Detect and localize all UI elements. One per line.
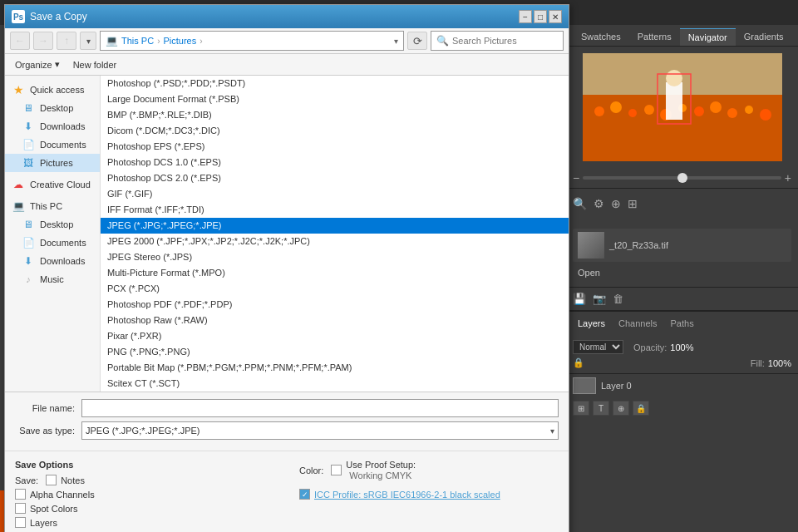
tab-gradients[interactable]: Gradients [736, 28, 792, 46]
filelist-item[interactable]: PNG (*.PNG;*.PNG) [101, 344, 569, 360]
lock-icon: 🔒 [573, 357, 584, 368]
fill-row: 🔒 Fill: 100% [566, 356, 798, 370]
sidebar-item-desktop2[interactable]: 🖥 Desktop [5, 215, 100, 234]
breadcrumb-pictures[interactable]: Pictures [163, 36, 196, 46]
creative-cloud-label: Creative Cloud [30, 180, 91, 190]
sidebar-item-this-pc[interactable]: 💻 This PC [5, 197, 100, 215]
icon-camera-panel[interactable]: 📷 [593, 293, 606, 305]
saveas-select[interactable]: JPEG (*.JPG;*.JPEG;*.JPE) ▾ [81, 421, 559, 440]
tab-paths[interactable]: Paths [666, 317, 699, 330]
refresh-button[interactable]: ⟳ [407, 32, 427, 50]
breadcrumb-this-pc[interactable]: This PC [121, 36, 154, 46]
filelist-item[interactable]: Photoshop DCS 1.0 (*.EPS) [101, 155, 569, 170]
breadcrumb-dropdown[interactable]: ▾ [394, 37, 398, 46]
filelist-item[interactable]: Portable Bit Map (*.PBM;*.PGM;*.PPM;*.PN… [101, 360, 569, 376]
up-button[interactable]: ↑ [57, 32, 76, 50]
blend-opacity-row: Normal Opacity: 100% [566, 338, 798, 356]
organize-button[interactable]: Organize ▾ [10, 57, 65, 72]
layer-icon-2[interactable]: T [593, 401, 609, 416]
layers-checkbox[interactable] [15, 517, 26, 528]
layer-icon-1[interactable]: ⊞ [573, 401, 589, 416]
icon-trash-panel[interactable]: 🗑 [613, 293, 623, 305]
zoom-slider[interactable] [583, 176, 781, 180]
icc-checkbox[interactable] [299, 489, 310, 500]
tab-layers[interactable]: Layers [573, 317, 610, 330]
filelist-item[interactable]: PCX (*.PCX) [101, 281, 569, 297]
filename-input[interactable] [81, 399, 559, 417]
filelist-item[interactable]: Photoshop Raw (*.RAW) [101, 313, 569, 328]
breadcrumb-bar[interactable]: 💻 This PC › Pictures › ▾ [100, 31, 404, 51]
forward-button[interactable]: → [33, 32, 53, 50]
sidebar-item-music[interactable]: ♪ Music [5, 270, 100, 288]
filelist-item[interactable]: IFF Format (*.IFF;*.TDI) [101, 202, 569, 218]
sidebar-item-creative-cloud[interactable]: ☁ Creative Cloud [5, 175, 100, 194]
layer-icon-4[interactable]: 🔒 [633, 401, 649, 416]
search-icon: 🔍 [436, 35, 449, 47]
svg-point-5 [628, 109, 637, 117]
tab-swatches[interactable]: Swatches [573, 28, 629, 46]
filelist-item[interactable]: Large Document Format (*.PSB) [101, 91, 569, 107]
filelist-item[interactable]: JPEG Stereo (*.JPS) [101, 249, 569, 265]
ps-icon-1[interactable]: 🔍 [573, 197, 587, 210]
minimize-button[interactable]: − [519, 10, 532, 23]
filelist-item[interactable]: JPEG 2000 (*.JPF;*.JPX;*.JP2;*.J2C;*.J2K… [101, 234, 569, 249]
sidebar-item-pictures[interactable]: 🖼 Pictures [5, 154, 100, 172]
layer-name: Layer 0 [601, 381, 632, 391]
proof-checkbox[interactable] [331, 465, 342, 475]
sidebar-item-downloads2[interactable]: ⬇ Downloads [5, 252, 100, 270]
filelist-item[interactable]: Pixar (*.PXR) [101, 328, 569, 344]
ps-icon-3[interactable]: ⊕ [611, 197, 621, 210]
use-proof-label: Use Proof Setup: [346, 460, 416, 470]
sidebar: ★ Quick access 🖥 Desktop ⬇ Downloads 📄 D… [5, 76, 101, 392]
filelist-item[interactable]: Dicom (*.DCM;*.DC3;*.DIC) [101, 123, 569, 139]
ps-icon-4[interactable]: ⊞ [628, 197, 638, 210]
back-button[interactable]: ← [10, 32, 30, 50]
tab-channels[interactable]: Channels [613, 317, 662, 330]
icc-profile-label[interactable]: ICC Profile: sRGB IEC61966-2-1 black sca… [314, 490, 500, 500]
spot-checkbox[interactable] [15, 503, 26, 514]
organize-label: Organize [15, 60, 52, 70]
organize-arrow: ▾ [55, 59, 60, 70]
filelist-item[interactable]: Photoshop PDF (*.PDF;*.PDP) [101, 297, 569, 313]
alpha-checkbox[interactable] [15, 489, 26, 500]
filelist-item[interactable]: Photoshop DCS 2.0 (*.EPS) [101, 170, 569, 186]
sidebar-item-documents2[interactable]: 📄 Documents [5, 234, 100, 252]
close-button[interactable]: ✕ [549, 10, 562, 23]
ps-icon-2[interactable]: ⚙ [594, 197, 604, 210]
desktop-icon: 🖥 [22, 101, 35, 115]
sidebar-item-downloads1[interactable]: ⬇ Downloads [5, 117, 100, 135]
filelist-item[interactable]: BMP (*.BMP;*.RLE;*.DIB) [101, 107, 569, 123]
layer-icon-3[interactable]: ⊕ [613, 401, 629, 416]
options-left-col: Save Options Save: Notes Alpha Channels … [15, 460, 274, 531]
zoom-minus[interactable]: − [573, 171, 579, 185]
filelist-item[interactable]: Photoshop (*.PSD;*.PDD;*.PSDT) [101, 76, 569, 91]
dialog-nav-toolbar: ← → ↑ ▾ 💻 This PC › Pictures › ▾ [5, 28, 569, 54]
documents-icon: 📄 [22, 138, 35, 151]
icon-save-panel[interactable]: 💾 [573, 293, 586, 305]
tab-navigator[interactable]: Navigator [680, 28, 736, 46]
svg-point-13 [760, 109, 771, 121]
tab-patterns[interactable]: Patterns [629, 28, 680, 46]
search-input[interactable] [452, 36, 552, 46]
filelist-item[interactable]: GIF (*.GIF) [101, 186, 569, 202]
breadcrumb-sep1: › [157, 37, 160, 46]
blend-mode-select[interactable]: Normal [573, 340, 623, 354]
format-filelist: Photoshop (*.PSD;*.PDD;*.PSDT)Large Docu… [101, 76, 569, 392]
filelist-item[interactable]: Multi-Picture Format (*.MPO) [101, 265, 569, 281]
new-folder-button[interactable]: New folder [68, 57, 122, 72]
filelist-item[interactable]: JPEG (*.JPG;*.JPEG;*.JPE) [101, 218, 569, 234]
filelist-item[interactable]: Photoshop EPS (*.EPS) [101, 139, 569, 155]
saveas-value: JPEG (*.JPG;*.JPEG;*.JPE) [86, 426, 200, 436]
filelist-item[interactable]: Scitex CT (*.SCT) [101, 376, 569, 392]
zoom-plus[interactable]: + [785, 171, 791, 185]
svg-point-6 [644, 105, 654, 115]
save-options-title: Save Options [15, 460, 274, 470]
maximize-button[interactable]: □ [534, 10, 547, 23]
sidebar-item-desktop[interactable]: 🖥 Desktop [5, 99, 100, 117]
open-label[interactable]: Open [578, 268, 600, 278]
recent-button[interactable]: ▾ [80, 32, 96, 50]
sidebar-item-quick-access[interactable]: ★ Quick access [5, 81, 100, 99]
sidebar-item-documents[interactable]: 📄 Documents [5, 135, 100, 154]
downloads-icon-2: ⬇ [22, 254, 35, 268]
notes-checkbox[interactable] [46, 475, 57, 485]
